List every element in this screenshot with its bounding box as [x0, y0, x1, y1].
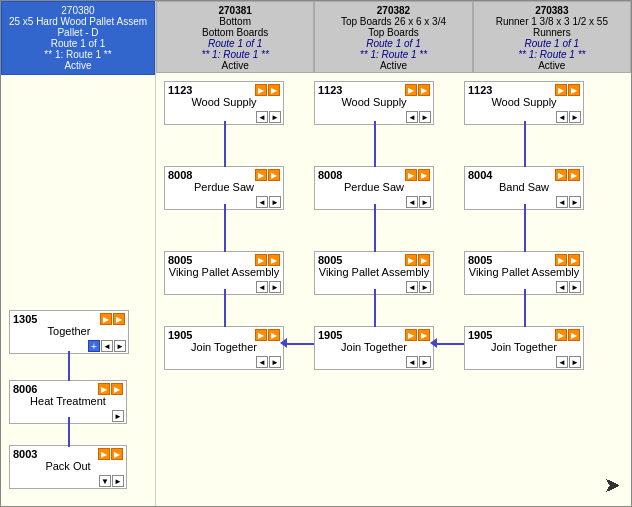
orange-icon2[interactable]: ▶: [568, 169, 580, 181]
arrow-left-3-2: [430, 338, 437, 348]
node-col1-join-together[interactable]: 1905 ▶ ▶ Join Together ◄ ►: [164, 326, 284, 370]
orange-icon1[interactable]: ▶: [255, 329, 267, 341]
nav-icon1[interactable]: ◄: [556, 111, 568, 123]
node-icons-top: ▶ ▶: [405, 254, 430, 266]
node-id: 1905: [468, 329, 492, 341]
orange-icon1[interactable]: ▶: [555, 169, 567, 181]
nav-icon2[interactable]: ►: [569, 196, 581, 208]
node-header: 8008 ▶ ▶: [165, 167, 283, 181]
nav-icon1[interactable]: ◄: [256, 281, 268, 293]
orange-icon2[interactable]: ▶: [568, 84, 580, 96]
orange-icon2[interactable]: ▶: [418, 169, 430, 181]
v-conn-col3-3: [524, 289, 526, 327]
node-name: Join Together: [315, 341, 433, 355]
nav-icon2[interactable]: ►: [269, 356, 281, 368]
nav-icon1[interactable]: ▼: [99, 475, 111, 487]
nav-icon1[interactable]: ◄: [101, 340, 113, 352]
orange-icon2[interactable]: ▶: [113, 313, 125, 325]
node-icons-top: ▶ ▶: [100, 313, 125, 325]
orange-icon1[interactable]: ▶: [405, 169, 417, 181]
node-col1-wood-supply[interactable]: 1123 ▶ ▶ Wood Supply ◄ ►: [164, 81, 284, 125]
orange-icon2[interactable]: ▶: [568, 254, 580, 266]
nav-icon2[interactable]: ►: [419, 281, 431, 293]
orange-icon1[interactable]: ▶: [100, 313, 112, 325]
node-header: 1123 ▶ ▶: [165, 82, 283, 96]
node-header: 8006 ▶ ▶: [10, 381, 126, 395]
col-route2: ** 1: Route 1 **: [161, 49, 309, 60]
orange-icon2[interactable]: ▶: [418, 329, 430, 341]
nav-icon1[interactable]: ◄: [406, 281, 418, 293]
orange-icon2[interactable]: ▶: [268, 84, 280, 96]
nav-icon1[interactable]: ◄: [556, 281, 568, 293]
nav-icon1[interactable]: ◄: [556, 196, 568, 208]
node-pack-out[interactable]: 8003 ▶ ▶ Pack Out ▼ ►: [9, 445, 127, 489]
column-headers: 270381 Bottom Bottom Boards Route 1 of 1…: [156, 1, 631, 73]
orange-icon1[interactable]: ▶: [98, 448, 110, 460]
orange-icon2[interactable]: ▶: [418, 254, 430, 266]
nav-icon1[interactable]: ◄: [406, 111, 418, 123]
node-icons-top: ▶ ▶: [255, 254, 280, 266]
orange-icon1[interactable]: ▶: [98, 383, 110, 395]
orange-icon1[interactable]: ▶: [405, 254, 417, 266]
node-col2-wood-supply[interactable]: 1123 ▶ ▶ Wood Supply ◄ ►: [314, 81, 434, 125]
orange-icon1[interactable]: ▶: [555, 84, 567, 96]
nav-icon2[interactable]: ►: [419, 196, 431, 208]
node-icons-top: ▶ ▶: [555, 254, 580, 266]
col-route: Route 1 of 1: [478, 38, 626, 49]
orange-icon2[interactable]: ▶: [268, 329, 280, 341]
h-conn-3-2: [434, 343, 464, 345]
node-id: 8008: [318, 169, 342, 181]
nav-icon2[interactable]: ►: [114, 340, 126, 352]
nav-icon2[interactable]: ►: [569, 281, 581, 293]
orange-icon1[interactable]: ▶: [555, 329, 567, 341]
col-desc2: Runners: [478, 27, 626, 38]
nav-icon1[interactable]: ◄: [256, 111, 268, 123]
node-1305-together[interactable]: 1305 ▶ ▶ Together + ◄ ►: [9, 310, 129, 354]
node-col2-join-together[interactable]: 1905 ▶ ▶ Join Together ◄ ►: [314, 326, 434, 370]
nav-icon2[interactable]: ►: [419, 111, 431, 123]
nav-icon2[interactable]: ►: [112, 475, 124, 487]
node-name: Join Together: [465, 341, 583, 355]
orange-icon2[interactable]: ▶: [111, 383, 123, 395]
orange-icon2[interactable]: ▶: [268, 169, 280, 181]
selected-route2: ** 1: Route 1 **: [7, 49, 149, 60]
selected-part-name: 25 x5 Hard Wood Pallet Assem: [7, 16, 149, 27]
node-id: 8008: [168, 169, 192, 181]
node-name: Perdue Saw: [165, 181, 283, 195]
nav-icon2[interactable]: ►: [569, 356, 581, 368]
orange-icon1[interactable]: ▶: [405, 84, 417, 96]
nav-icon2[interactable]: ►: [269, 111, 281, 123]
col-desc1: Top Boards 26 x 6 x 3/4: [319, 16, 467, 27]
orange-icon1[interactable]: ▶: [255, 254, 267, 266]
node-col3-join-together[interactable]: 1905 ▶ ▶ Join Together ◄ ►: [464, 326, 584, 370]
col-route2: ** 1: Route 1 **: [478, 49, 626, 60]
nav-icon1[interactable]: ◄: [406, 356, 418, 368]
nav-icon1[interactable]: ◄: [556, 356, 568, 368]
nav-icon1[interactable]: ◄: [256, 356, 268, 368]
nav-icon1[interactable]: ◄: [406, 196, 418, 208]
selected-header-card[interactable]: 270380 25 x5 Hard Wood Pallet Assem Pall…: [1, 1, 155, 75]
orange-icon1[interactable]: ▶: [405, 329, 417, 341]
orange-icon1[interactable]: ▶: [255, 84, 267, 96]
orange-icon1[interactable]: ▶: [255, 169, 267, 181]
nav-icon2[interactable]: ►: [269, 196, 281, 208]
orange-icon2[interactable]: ▶: [418, 84, 430, 96]
nav-icon2[interactable]: ►: [269, 281, 281, 293]
orange-icon2[interactable]: ▶: [268, 254, 280, 266]
nav-icon1[interactable]: ◄: [256, 196, 268, 208]
node-col3-wood-supply[interactable]: 1123 ▶ ▶ Wood Supply ◄ ►: [464, 81, 584, 125]
nav-icon2[interactable]: ►: [569, 111, 581, 123]
orange-icon2[interactable]: ▶: [111, 448, 123, 460]
node-name: Heat Treatment: [10, 395, 126, 409]
node-icons-top: ▶ ▶: [255, 84, 280, 96]
connector-v1: [68, 351, 70, 381]
nav-icon1[interactable]: ►: [112, 410, 124, 422]
orange-icon1[interactable]: ▶: [555, 254, 567, 266]
node-header: 8005 ▶ ▶: [165, 252, 283, 266]
node-header: 8008 ▶ ▶: [315, 167, 433, 181]
nav-icon2[interactable]: ►: [419, 356, 431, 368]
col-status: Active: [478, 60, 626, 71]
plus-icon[interactable]: +: [88, 340, 100, 352]
orange-icon2[interactable]: ▶: [568, 329, 580, 341]
col-id: 270383: [478, 5, 626, 16]
